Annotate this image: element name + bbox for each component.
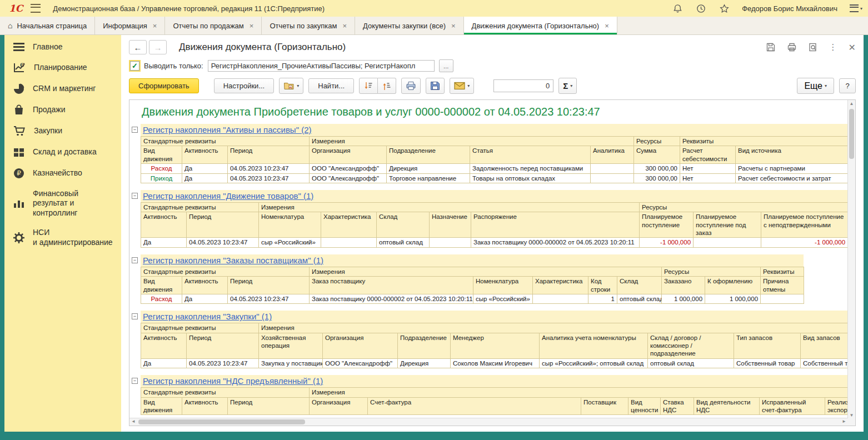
column-header: Планируемое поступление с неподтвержденн… (761, 212, 847, 238)
collapse-minus-icon[interactable]: − (132, 257, 138, 263)
vertical-scrollbar[interactable]: ▲ ▼ (847, 100, 855, 426)
sidebar-item[interactable]: Закупки (4, 121, 121, 142)
sum-icon: Σ (563, 81, 568, 91)
toolbar: Сформировать Настройки... ▾ Найти... (121, 76, 864, 98)
register-link[interactable]: Регистр накопления "Заказы поставщикам" … (143, 256, 323, 265)
main-icon (13, 43, 24, 52)
tab-close-icon[interactable]: × (343, 22, 347, 30)
service-menu-icon[interactable]: ▾ (850, 4, 862, 12)
print-button[interactable] (401, 78, 421, 94)
tab[interactable]: Информация× (95, 17, 165, 34)
page-title: Движения документа (Горизонтально) (179, 42, 346, 53)
tab[interactable]: Отчеты по закупкам× (262, 17, 355, 34)
filter-more-button[interactable]: ... (439, 59, 453, 72)
column-header: Планируемое поступление (640, 212, 694, 238)
history-icon[interactable] (695, 3, 706, 14)
column-header: Заказано (662, 277, 705, 294)
close-icon[interactable]: ✕ (849, 42, 856, 53)
sidebar-item[interactable]: ₽Планирование (4, 57, 121, 78)
save-icon[interactable] (766, 42, 776, 52)
register-table: Стандартные реквизитыИзмеренияРесурсыРек… (141, 267, 804, 304)
sidebar-item[interactable]: CRM и маркетинг (4, 78, 121, 99)
sort-asc-icon (382, 82, 392, 91)
mail-button[interactable]: ▾ (450, 78, 474, 94)
register-link[interactable]: Регистр накопления "НДС предъявленный" (… (143, 376, 323, 386)
column-header: Назначение (430, 212, 471, 238)
column-header: Организация (310, 146, 387, 164)
report-variants-button[interactable]: ▾ (279, 78, 303, 94)
cell: Да (182, 294, 228, 303)
more-button[interactable]: Еще▾ (797, 78, 834, 94)
help-button[interactable]: ? (839, 78, 856, 93)
sidebar-item[interactable]: Продажи (4, 99, 121, 121)
sidebar-item[interactable]: Финансовый результат и контроллинг (4, 184, 121, 223)
cell: -1 000,000 (761, 238, 847, 247)
1c-logo[interactable]: 1С (9, 3, 23, 14)
cell: Собственный товар (734, 358, 801, 368)
find-button[interactable]: Найти... (308, 78, 354, 93)
favorites-star-icon[interactable] (719, 3, 730, 14)
preview-icon[interactable] (808, 42, 818, 52)
settings-button[interactable]: Настройки... (214, 78, 275, 93)
column-header: Вид запасов (801, 333, 848, 358)
tab[interactable]: Движения документа (Горизонтально)× (464, 17, 617, 34)
back-button[interactable]: ← (129, 40, 147, 54)
tab-close-icon[interactable]: × (451, 22, 456, 30)
sort-desc-button[interactable] (359, 78, 378, 94)
row-count-input[interactable] (493, 79, 553, 92)
report-body: Движения документа Приобретение товаров … (129, 100, 847, 426)
purchases-icon (13, 126, 26, 137)
collapse-minus-icon[interactable]: − (132, 378, 138, 384)
forward-button[interactable]: → (149, 40, 167, 54)
collapse-minus-icon[interactable]: − (132, 127, 138, 133)
show-only-checkbox[interactable]: ✓ (130, 61, 139, 71)
scroll-down-icon[interactable]: ▼ (848, 413, 855, 418)
cell: 04.05.2023 10:23:47 (228, 294, 310, 303)
tab-close-icon[interactable]: × (153, 22, 157, 30)
cell: Заказ поставщику 0000-000002 от 04.05.20… (471, 238, 640, 247)
sidebar-item[interactable]: ₽Казначейство (4, 163, 121, 184)
registers-filter-input[interactable] (208, 60, 435, 72)
scroll-left-icon[interactable]: ◄ (131, 419, 136, 424)
tab[interactable]: Документы закупки (все)× (355, 17, 464, 34)
mail-icon (454, 82, 465, 90)
tab-close-icon[interactable]: × (250, 22, 254, 30)
register-link[interactable]: Регистр накопления "Движение товаров" (1… (143, 191, 313, 201)
sort-asc-button[interactable] (378, 78, 396, 94)
tab[interactable]: ⌂Начальная страница (0, 17, 95, 34)
tab[interactable]: Отчеты по продажам× (165, 17, 262, 34)
column-header: Сумма (634, 146, 680, 164)
generate-button[interactable]: Сформировать (129, 78, 199, 93)
notifications-bell-icon[interactable] (672, 3, 683, 14)
cell (694, 238, 761, 247)
sum-button[interactable]: Σ▾ (558, 78, 577, 94)
sidebar-item[interactable]: Главное (4, 37, 121, 57)
tab-close-icon[interactable]: × (605, 22, 609, 30)
app-title: Демонстрационная база / Управление торго… (53, 4, 325, 13)
hamburger-menu-icon[interactable] (31, 4, 41, 13)
table-row: РасходДа04.05.2023 10:23:47ООО "Александ… (141, 164, 848, 173)
collapse-minus-icon[interactable]: − (132, 313, 138, 319)
sidebar-item[interactable]: НСИ и администрирование (4, 223, 121, 252)
sidebar-item-label: Закупки (34, 126, 62, 136)
user-name[interactable]: Федоров Борис Михайлович (742, 4, 837, 13)
register-table: Стандартные реквизитыИзмеренияАктивность… (141, 323, 847, 368)
scroll-up-icon[interactable]: ▲ (848, 101, 855, 106)
register-link[interactable]: Регистр накопления "Закупки" (1) (143, 312, 272, 321)
group-header: Стандартные реквизиты (141, 323, 259, 333)
print-icon[interactable] (787, 42, 797, 52)
register-section: −Регистр накопления "Закупки" (1)Стандар… (141, 311, 847, 368)
horizontal-scroll-thumb[interactable] (138, 419, 305, 424)
sidebar-item[interactable]: Склад и доставка (4, 142, 121, 163)
column-header: Характеристика (533, 277, 588, 294)
cell: ООО "Александрофф" (310, 164, 387, 173)
cell: Заказ поставщику 0000-000002 от 04.05.20… (310, 294, 473, 303)
vertical-scroll-thumb[interactable] (849, 109, 854, 159)
collapse-minus-icon[interactable]: − (132, 193, 138, 199)
horizontal-scrollbar[interactable]: ◄ ► (129, 418, 848, 426)
save-button[interactable] (426, 78, 445, 94)
scroll-right-icon[interactable]: ► (842, 419, 846, 424)
register-link[interactable]: Регистр накопления "Активы и пассивы" (2… (143, 125, 311, 134)
more-dots-icon[interactable]: ⋮ (829, 42, 837, 52)
cell: Закупка у поставщика (259, 358, 323, 368)
